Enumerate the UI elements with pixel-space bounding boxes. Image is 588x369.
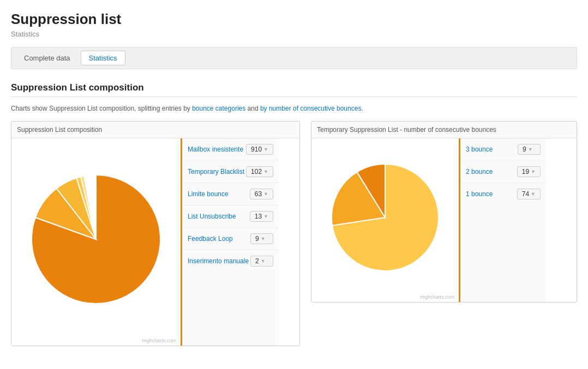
chart2-panel: Temporary Suppression List - number of c… — [311, 121, 577, 303]
legend-item: Limite bounce 63 ▼ — [182, 183, 279, 205]
chart2-pie-area: Highcharts.com — [311, 138, 459, 302]
legend-badge[interactable]: 2 ▼ — [250, 256, 273, 267]
dropdown-arrow-icon: ▼ — [263, 169, 268, 174]
page-title: Suppression list — [11, 11, 577, 28]
dropdown-arrow-icon: ▼ — [531, 191, 536, 197]
legend-item: 3 bounce 9 ▼ — [460, 138, 546, 161]
legend-item: Inserimento manuale 2 ▼ — [182, 250, 279, 272]
tab-statistics[interactable]: Statistics — [81, 51, 125, 65]
info-text-after: . — [361, 105, 363, 112]
dropdown-arrow-icon: ▼ — [263, 147, 268, 152]
legend-item: Temporary Blacklist 102 ▼ — [182, 161, 279, 183]
info-text: Charts show Suppression List composition… — [11, 105, 577, 112]
legend-label: 2 bounce — [466, 168, 493, 176]
dropdown-arrow-icon: ▼ — [263, 214, 268, 219]
chart1-title: Suppression List composition — [11, 122, 299, 138]
chart2-pie-svg — [325, 158, 445, 277]
legend-label: Inserimento manuale — [188, 257, 249, 265]
legend-badge[interactable]: 63 ▼ — [250, 189, 273, 199]
chart2-legend: 3 bounce 9 ▼ 2 bounce 19 ▼ 1 bounce 74 ▼ — [459, 138, 546, 302]
chart1-legend: Mailbox inesistente 910 ▼ Temporary Blac… — [181, 138, 279, 346]
legend-item: Mailbox inesistente 910 ▼ — [182, 138, 279, 161]
dropdown-arrow-icon: ▼ — [263, 191, 268, 197]
legend-badge[interactable]: 9 ▼ — [518, 144, 541, 155]
legend-label: 3 bounce — [466, 146, 493, 153]
chart1-pie-svg — [25, 168, 167, 310]
legend-badge[interactable]: 910 ▼ — [246, 144, 273, 155]
legend-item: Feedback Loop 9 ▼ — [182, 228, 279, 250]
dropdown-arrow-icon: ▼ — [261, 236, 266, 241]
legend-label: Mailbox inesistente — [188, 146, 243, 153]
legend-label: 1 bounce — [466, 190, 493, 198]
legend-item: List Unsubscribe 13 ▼ — [182, 205, 279, 228]
bounce-categories-link[interactable]: bounce categories — [192, 105, 245, 112]
legend-label: Limite bounce — [188, 190, 229, 198]
dropdown-arrow-icon: ▼ — [528, 147, 533, 152]
chart1-pie-area: Highcharts.com — [11, 138, 181, 346]
consecutive-bounces-link[interactable]: by number of consecutive bounces — [260, 105, 361, 112]
chart1-body: Highcharts.com Mailbox inesistente 910 ▼… — [11, 138, 299, 346]
tabs-bar: Complete data Statistics — [11, 47, 577, 69]
chart2-title: Temporary Suppression List - number of c… — [311, 122, 577, 138]
legend-label: Feedback Loop — [188, 235, 233, 243]
legend-badge[interactable]: 13 ▼ — [250, 211, 273, 222]
section-divider — [11, 96, 577, 97]
info-text-mid: and — [245, 105, 260, 112]
info-text-before: Charts show Suppression List composition… — [11, 105, 192, 112]
chart2-highcharts-label: Highcharts.com — [420, 294, 454, 300]
page-subtitle: Statistics — [11, 30, 577, 38]
legend-label: Temporary Blacklist — [188, 168, 244, 176]
legend-badge[interactable]: 19 ▼ — [517, 166, 541, 177]
legend-item: 2 bounce 19 ▼ — [460, 161, 546, 183]
dropdown-arrow-icon: ▼ — [531, 169, 536, 174]
chart2-body: Highcharts.com 3 bounce 9 ▼ 2 bounce 19 … — [311, 138, 577, 302]
chart1-pie-wrap — [20, 160, 172, 325]
legend-item: 1 bounce 74 ▼ — [460, 183, 546, 205]
chart1-highcharts-label: Highcharts.com — [142, 338, 176, 343]
legend-badge[interactable]: 74 ▼ — [517, 189, 541, 199]
legend-badge[interactable]: 102 ▼ — [246, 166, 273, 177]
charts-row: Suppression List composition Highcharts.… — [11, 121, 577, 346]
chart2-pie-wrap — [320, 149, 451, 292]
dropdown-arrow-icon: ▼ — [261, 258, 266, 264]
chart1-panel: Suppression List composition Highcharts.… — [11, 121, 300, 346]
legend-badge[interactable]: 9 ▼ — [250, 233, 273, 244]
tab-complete-data[interactable]: Complete data — [16, 51, 79, 65]
section-title: Suppression List composition — [11, 82, 577, 93]
legend-label: List Unsubscribe — [188, 213, 236, 220]
